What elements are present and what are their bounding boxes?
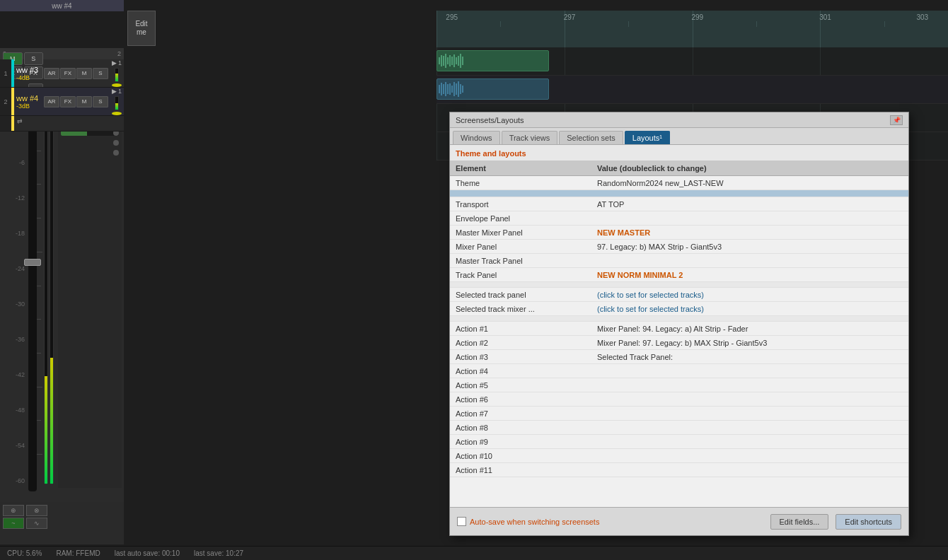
tab-selection-sets-label: Selection sets [567, 134, 615, 142]
track-2-number: 2 [0, 88, 11, 115]
section-title-label: Theme and layouts [456, 149, 526, 158]
track-1-name[interactable]: ww #3 [16, 66, 40, 74]
status-bar: CPU: 5.6% RAM: FFEMD last auto save: 00:… [0, 546, 948, 560]
cell-transport-value: AT TOP [591, 200, 908, 209]
cell-transport-element: Transport [450, 200, 591, 209]
ssb-icon-2: ⊗ [34, 507, 40, 514]
tab-windows[interactable]: Windows [453, 131, 500, 144]
screensets-dialog: Screensets/Layouts 📌 Windows Track views… [449, 112, 909, 536]
cell-action5-element: Action #5 [450, 381, 591, 390]
ruler-num-295: 295 [446, 13, 458, 21]
table-row-master-mixer[interactable]: Master Mixer Panel NEW MASTER [450, 226, 908, 240]
edit-shortcuts-button[interactable]: Edit shortcuts [836, 514, 901, 530]
fader-18: -18 [16, 230, 25, 237]
autosave-checkbox[interactable] [457, 517, 466, 526]
table-row-action-1[interactable]: Action #1 Mixer Panel: 94. Legacy: a) Al… [450, 322, 908, 336]
edit-me-panel[interactable]: Editme [127, 11, 156, 46]
track-1-s-btn[interactable]: S [93, 68, 108, 79]
table-row-transport[interactable]: Transport AT TOP [450, 197, 908, 211]
table-row-action-9[interactable]: Action #9 [450, 435, 908, 449]
table-row-envelope[interactable]: Envelope Panel [450, 211, 908, 226]
track-2-name[interactable]: ww #4 [16, 94, 40, 103]
fx-icon: FX [64, 70, 71, 76]
ssb-btn-1[interactable]: ⊕ [3, 505, 24, 516]
table-row-action-7[interactable]: Action #7 [450, 407, 908, 421]
table-row-theme[interactable]: Theme RandomNorm2024 new_LAST-NEW [450, 176, 908, 190]
theme-value: RandomNorm2024 new_LAST-NEW [597, 179, 724, 187]
arrange-row-1 [437, 47, 948, 76]
ssb-btn-4[interactable]: ∿ [26, 518, 47, 529]
fader-12: -12 [16, 194, 25, 202]
table-scroll-area[interactable]: Theme RandomNorm2024 new_LAST-NEW Transp… [450, 176, 908, 507]
track-2-meter-l-fill [115, 103, 118, 110]
tab-layouts-label: Layouts¹ [632, 134, 662, 142]
table-row-selected-track-mixer[interactable]: Selected track mixer ... (click to set f… [450, 302, 908, 316]
track-1-m-btn[interactable]: M [76, 68, 92, 79]
s-icon: S [98, 70, 102, 76]
table-row-master-track[interactable]: Master Track Panel [450, 254, 908, 268]
table-row-action-5[interactable]: Action #5 [450, 378, 908, 392]
track-2-db: -3dB [16, 103, 40, 110]
table-row-action-11[interactable]: Action #11 [450, 463, 908, 477]
route-icon: ⇄ [17, 117, 23, 124]
arrange-clip-1[interactable] [437, 50, 549, 71]
layouts-table: Element Value (doubleclick to change) Th… [450, 161, 908, 507]
table-row-action-6[interactable]: Action #6 [450, 392, 908, 407]
table-row-action-2[interactable]: Action #2 Mixer Panel: 97. Legacy: b) MA… [450, 336, 908, 350]
theme-label: Theme [456, 179, 480, 187]
main-fader-track[interactable] [28, 117, 37, 491]
ssb-icon-3: ~ [11, 520, 15, 527]
extra-controls-area [58, 113, 122, 488]
track-1-fx-btn[interactable]: FX [60, 68, 76, 79]
track-2-m-btn[interactable]: M [76, 96, 92, 107]
fader-60: -60 [16, 477, 25, 484]
tab-layouts[interactable]: Layouts¹ [625, 131, 670, 144]
cell-action1-element: Action #1 [450, 325, 591, 333]
table-row-mixer[interactable]: Mixer Panel 97. Legacy: b) MAX Strip - G… [450, 240, 908, 254]
autosave-label: Auto-save when switching screensets [470, 518, 599, 526]
track-2-fx-btn[interactable]: FX [60, 96, 76, 107]
fader-54: -54 [16, 442, 25, 449]
arrange-clip-2[interactable] [437, 78, 549, 100]
track-1-play-icon: ▶ [112, 59, 117, 66]
cell-action6-element: Action #6 [450, 395, 591, 404]
table-row-action-4[interactable]: Action #4 [450, 364, 908, 378]
ssb-row-1: ⊕ ⊗ [3, 505, 121, 516]
table-row-selected-track-panel[interactable]: Selected track panel (click to set for s… [450, 288, 908, 302]
cell-mixer-value: 97. Legacy: b) MAX Strip - Giant5v3 [591, 243, 908, 251]
cell-action2-value: Mixer Panel: 97. Legacy: b) MAX Strip - … [591, 339, 908, 347]
cell-theme-element: Theme [450, 179, 591, 187]
table-row-action-10[interactable]: Action #10 [450, 449, 908, 463]
cell-theme-value: RandomNorm2024 new_LAST-NEW [591, 179, 908, 187]
waveform-1 [437, 51, 548, 71]
table-row-action-8[interactable]: Action #8 [450, 421, 908, 435]
track-2-led [112, 112, 122, 115]
track-1-ar-btn[interactable]: AR [44, 68, 59, 79]
pin-icon: 📌 [893, 117, 901, 124]
tab-selection-sets[interactable]: Selection sets [559, 131, 623, 144]
track-2-meter [115, 96, 119, 110]
cell-action7-element: Action #7 [450, 409, 591, 418]
ssb-btn-2[interactable]: ⊗ [26, 505, 47, 516]
s2-icon: S [98, 98, 102, 105]
track-2-right: ▶ 1 [110, 88, 124, 115]
cell-action1-value: Mixer Panel: 94. Legacy: a) Alt Strip - … [591, 325, 908, 333]
table-row-track-panel[interactable]: Track Panel NEW NORM MINIMAL 2 [450, 268, 908, 282]
track-1-meter-l [115, 68, 119, 82]
track-2-ar-btn[interactable]: AR [44, 96, 59, 107]
bottom-left-buttons: ⊕ ⊗ ~ ∿ [0, 502, 124, 544]
dialog-footer: Auto-save when switching screensets Edit… [450, 507, 908, 535]
track-2-s-btn[interactable]: S [93, 96, 108, 107]
track-route-num [0, 116, 11, 131]
ruler-num-301: 301 [819, 13, 831, 21]
ssb-btn-3[interactable]: ~ [3, 518, 24, 529]
tab-track-views[interactable]: Track views [502, 131, 558, 144]
cell-sel-track-value: (click to set for selected tracks) [591, 291, 908, 299]
dialog-pin-button[interactable]: 📌 [890, 115, 903, 125]
table-row-action-3[interactable]: Action #3 Selected Track Panel: [450, 350, 908, 364]
dialog-titlebar: Screensets/Layouts 📌 [450, 112, 908, 128]
edit-fields-button[interactable]: Edit fields... [770, 514, 829, 530]
track-2-controls: AR FX M S [42, 88, 110, 115]
status-ram: RAM: FFEMD [56, 549, 100, 557]
track-2-vol-label: 1 [118, 88, 122, 95]
